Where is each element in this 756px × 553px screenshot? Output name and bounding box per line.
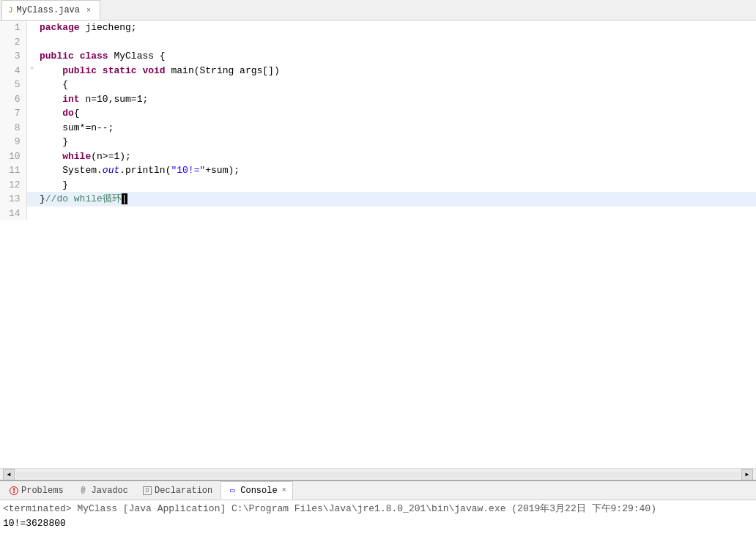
- line-arrow: [26, 35, 37, 50]
- problems-icon: !: [10, 486, 18, 495]
- code-container[interactable]: 1 package jiecheng; 2 3 public class MyC…: [0, 21, 756, 468]
- line-arrow: [26, 163, 37, 178]
- tab-problems[interactable]: ! Problems: [3, 481, 70, 500]
- tab-myclass-java[interactable]: J MyClass.java ×: [1, 0, 100, 20]
- line-arrow: [26, 78, 37, 92]
- tab-label: MyClass.java: [17, 5, 80, 15]
- tab-declaration[interactable]: D Declaration: [136, 481, 219, 500]
- declaration-icon: D: [143, 486, 152, 495]
- table-row: 10 while(n>=1);: [0, 149, 756, 164]
- table-row: 4 ⬦ public static void main(String args[…: [0, 64, 756, 78]
- editor-area: 1 package jiecheng; 2 3 public class MyC…: [0, 21, 756, 480]
- tab-declaration-label: Declaration: [155, 486, 212, 496]
- line-content: }//do while循环|: [37, 192, 756, 207]
- code-table: 1 package jiecheng; 2 3 public class MyC…: [0, 21, 756, 220]
- line-number: 10: [0, 149, 26, 164]
- console-terminated-line: <terminated> MyClass [Java Application] …: [3, 502, 753, 516]
- line-arrow: [26, 49, 37, 64]
- line-number: 6: [0, 92, 26, 107]
- line-number: 13: [0, 192, 26, 207]
- console-close-icon[interactable]: ×: [282, 486, 286, 494]
- line-arrow: ⬦: [26, 64, 37, 78]
- line-number: 7: [0, 106, 26, 121]
- tab-close-icon[interactable]: ×: [84, 5, 94, 15]
- horizontal-scrollbar[interactable]: ◀ ▶: [0, 468, 756, 480]
- table-row: 14: [0, 207, 756, 221]
- line-arrow: [26, 149, 37, 164]
- table-row: 6 int n=10,sum=1;: [0, 92, 756, 107]
- line-content: [37, 35, 756, 50]
- line-content: }: [37, 135, 756, 149]
- tab-console[interactable]: ▭ Console ×: [220, 481, 292, 500]
- line-arrow: [26, 192, 37, 207]
- line-number: 1: [0, 21, 26, 35]
- line-content: package jiecheng;: [37, 21, 756, 35]
- console-output-area: <terminated> MyClass [Java Application] …: [0, 500, 756, 553]
- table-row: 13 }//do while循环|: [0, 192, 756, 207]
- line-number: 5: [0, 78, 26, 92]
- line-content: System.out.println("10!="+sum);: [37, 163, 756, 178]
- line-number: 2: [0, 35, 26, 50]
- table-row: 3 public class MyClass {: [0, 49, 756, 64]
- tab-bar: J MyClass.java ×: [0, 0, 756, 21]
- bottom-panel: ! Problems @ Javadoc D Declaration ▭ Con…: [0, 480, 756, 553]
- tab-javadoc[interactable]: @ Javadoc: [72, 481, 135, 500]
- line-arrow: [26, 178, 37, 193]
- line-content: public static void main(String args[]): [37, 64, 756, 78]
- scroll-left-button[interactable]: ◀: [3, 469, 15, 480]
- line-content: public class MyClass {: [37, 49, 756, 64]
- tab-javadoc-label: Javadoc: [92, 486, 128, 496]
- line-number: 14: [0, 207, 26, 221]
- table-row: 2: [0, 35, 756, 50]
- table-row: 5 {: [0, 78, 756, 92]
- table-row: 12 }: [0, 178, 756, 193]
- line-number: 11: [0, 163, 26, 178]
- line-content: int n=10,sum=1;: [37, 92, 756, 107]
- table-row: 11 System.out.println("10!="+sum);: [0, 163, 756, 178]
- scroll-right-button[interactable]: ▶: [741, 469, 753, 480]
- bottom-tabs-bar: ! Problems @ Javadoc D Declaration ▭ Con…: [0, 481, 756, 500]
- scroll-track[interactable]: [16, 472, 740, 478]
- table-row: 9 }: [0, 135, 756, 149]
- line-content: while(n>=1);: [37, 149, 756, 164]
- line-arrow: [26, 106, 37, 121]
- line-content: sum*=n--;: [37, 121, 756, 136]
- line-arrow: [26, 207, 37, 221]
- table-row: 7 do{: [0, 106, 756, 121]
- line-content: do{: [37, 106, 756, 121]
- line-number: 9: [0, 135, 26, 149]
- tab-java-icon: J: [8, 6, 13, 15]
- line-number: 3: [0, 49, 26, 64]
- tab-console-label: Console: [240, 486, 277, 496]
- line-content: [37, 207, 756, 221]
- line-arrow: [26, 92, 37, 107]
- line-content: {: [37, 78, 756, 92]
- javadoc-icon: @: [78, 486, 89, 496]
- console-icon: ▭: [227, 486, 237, 496]
- line-number: 4: [0, 64, 26, 78]
- line-arrow: [26, 21, 37, 35]
- tab-problems-label: Problems: [21, 486, 64, 496]
- line-content: }: [37, 178, 756, 193]
- line-arrow: [26, 121, 37, 136]
- line-arrow: [26, 135, 37, 149]
- console-output-line: 10!=3628800: [3, 516, 753, 531]
- line-number: 8: [0, 121, 26, 136]
- table-row: 1 package jiecheng;: [0, 21, 756, 35]
- table-row: 8 sum*=n--;: [0, 121, 756, 136]
- line-number: 12: [0, 178, 26, 193]
